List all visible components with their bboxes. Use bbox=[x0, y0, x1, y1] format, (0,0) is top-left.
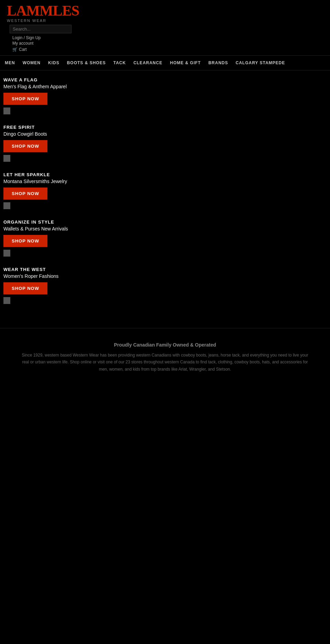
cart-icon: 🛒 bbox=[12, 47, 18, 52]
nav-tack[interactable]: TACK bbox=[110, 59, 129, 67]
shop-now-button-1[interactable]: SHOP NOW bbox=[3, 93, 47, 105]
promo-title-1: Men's Flag & Anthem Apparel bbox=[3, 84, 327, 89]
promo-eyebrow-2: FREE SPIRIT bbox=[3, 125, 327, 130]
nav-clearance[interactable]: CLEARANCE bbox=[130, 59, 166, 67]
promo-image-5 bbox=[3, 297, 10, 304]
shop-now-button-3[interactable]: SHOP NOW bbox=[3, 188, 47, 200]
site-footer: Proudly Canadian Family Owned & Operated… bbox=[0, 328, 330, 386]
search-input[interactable] bbox=[10, 25, 72, 33]
promo-free-spirit: FREE SPIRIT Dingo Cowgirl Boots SHOP NOW bbox=[3, 125, 327, 162]
nav-brands[interactable]: BRANDS bbox=[205, 59, 231, 67]
promo-let-her-sparkle: LET HER SPARKLE Montana Silversmiths Jew… bbox=[3, 172, 327, 209]
footer-text: Since 1929, western based Western Wear h… bbox=[21, 352, 309, 373]
promo-title-2: Dingo Cowgirl Boots bbox=[3, 131, 327, 137]
cart-label[interactable]: Cart bbox=[19, 47, 27, 52]
logo: LAMMLES bbox=[7, 3, 323, 18]
shop-now-button-5[interactable]: SHOP NOW bbox=[3, 282, 47, 294]
nav-home-gift[interactable]: HOME & GIFT bbox=[166, 59, 204, 67]
promo-eyebrow-3: LET HER SPARKLE bbox=[3, 172, 327, 177]
promo-organize-in-style: ORGANIZE IN STYLE Wallets & Purses New A… bbox=[3, 219, 327, 257]
shop-now-button-2[interactable]: SHOP NOW bbox=[3, 140, 47, 152]
promo-title-4: Wallets & Purses New Arrivals bbox=[3, 226, 327, 231]
main-nav: MEN WOMEN KIDS BOOTS & SHOES TACK CLEARA… bbox=[0, 55, 330, 70]
shop-now-button-4[interactable]: SHOP NOW bbox=[3, 235, 47, 247]
promo-wave-a-flag: WAVE A FLAG Men's Flag & Anthem Apparel … bbox=[3, 77, 327, 114]
promo-image-4 bbox=[3, 250, 10, 257]
nav-kids[interactable]: KIDS bbox=[45, 59, 63, 67]
nav-men[interactable]: MEN bbox=[1, 59, 19, 67]
site-header: LAMMLES WESTERN WEAR Login / Sign Up My … bbox=[0, 0, 330, 55]
logo-subtitle: WESTERN WEAR bbox=[7, 19, 323, 23]
promo-title-5: Women's Roper Fashions bbox=[3, 273, 327, 279]
promo-image-1 bbox=[3, 108, 10, 114]
account-link[interactable]: My account bbox=[12, 41, 323, 46]
promo-eyebrow-5: WEAR THE WEST bbox=[3, 267, 327, 272]
bottom-spacer bbox=[0, 386, 330, 644]
promo-title-3: Montana Silversmiths Jewelry bbox=[3, 179, 327, 184]
nav-calgary-stampede[interactable]: CALGARY STAMPEDE bbox=[232, 59, 288, 67]
footer-title: Proudly Canadian Family Owned & Operated bbox=[21, 342, 309, 348]
nav-boots-shoes[interactable]: BOOTS & SHOES bbox=[64, 59, 109, 67]
promo-eyebrow-4: ORGANIZE IN STYLE bbox=[3, 219, 327, 225]
promo-eyebrow-1: WAVE A FLAG bbox=[3, 77, 327, 82]
main-content: WAVE A FLAG Men's Flag & Anthem Apparel … bbox=[0, 70, 330, 321]
promo-wear-the-west: WEAR THE WEST Women's Roper Fashions SHO… bbox=[3, 267, 327, 304]
nav-women[interactable]: WOMEN bbox=[19, 59, 44, 67]
login-link[interactable]: Login / Sign Up bbox=[12, 35, 323, 40]
promo-image-3 bbox=[3, 202, 10, 209]
promo-image-2 bbox=[3, 155, 10, 162]
